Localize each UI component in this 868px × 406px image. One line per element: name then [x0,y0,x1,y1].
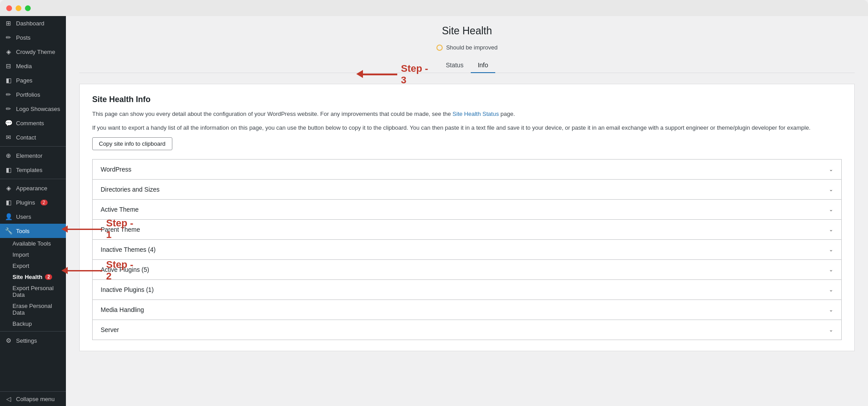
window-chrome [0,0,868,16]
accordion-label-inactive-plugins: Inactive Plugins (1) [101,286,154,293]
chevron-down-icon: ⌄ [829,206,833,213]
maximize-button[interactable] [25,5,31,11]
sidebar-item-users[interactable]: 👤 Users [0,209,66,224]
chevron-down-icon: ⌄ [829,226,833,233]
dashboard-icon: ⊞ [4,19,12,27]
status-circle-icon [436,45,443,51]
sidebar-label-portfolios: Portfolios [16,91,40,98]
submenu-backup[interactable]: Backup [0,318,66,329]
accordion-label-server: Server [101,326,119,333]
accordion-label-active-plugins: Active Plugins (5) [101,266,149,273]
sidebar-label-pages: Pages [16,77,33,84]
site-health-status-link[interactable]: Site Health Status [452,111,499,117]
sidebar-item-contact[interactable]: ✉ Contact [0,130,66,144]
sidebar-item-crowdy-theme[interactable]: ◈ Crowdy Theme [0,45,66,59]
sidebar-item-appearance[interactable]: ◈ Appearance [0,181,66,195]
accordion-header-directories[interactable]: Directories and Sizes ⌄ [93,180,841,199]
accordion: WordPress ⌄ Directories and Sizes ⌄ Acti… [92,159,842,340]
accordion-header-active-plugins[interactable]: Active Plugins (5) ⌄ [93,260,841,279]
sidebar-label-templates: Templates [16,167,42,173]
accordion-header-server[interactable]: Server ⌄ [93,320,841,340]
posts-icon: ✏ [4,33,12,41]
tools-icon: 🔧 [4,227,12,235]
close-button[interactable] [6,5,12,11]
submenu-site-health[interactable]: Site Health 2 [0,271,66,283]
chevron-down-icon: ⌄ [829,327,833,333]
sidebar-item-plugins[interactable]: ◧ Plugins 2 [0,195,66,209]
templates-icon: ◧ [4,166,12,174]
contact-icon: ✉ [4,133,12,141]
sidebar-label-contact: Contact [16,134,36,141]
sidebar-item-dashboard[interactable]: ⊞ Dashboard [0,16,66,30]
collapse-icon: ◁ [4,395,12,403]
accordion-label-parent-theme: Parent Theme [101,226,140,233]
copy-site-info-button[interactable]: Copy site info to clipboard [92,137,172,150]
sidebar-label-media: Media [16,63,32,70]
sidebar-label-dashboard: Dashboard [16,20,45,27]
sidebar-item-elementor[interactable]: ⊕ Elementor [0,148,66,163]
pages-icon: ◧ [4,76,12,84]
accordion-item-server: Server ⌄ [93,320,841,340]
status-indicator: Should be improved [79,44,855,51]
tabs-container: Status Info [79,58,855,73]
accordion-header-active-theme[interactable]: Active Theme ⌄ [93,200,841,219]
accordion-label-inactive-themes: Inactive Themes (4) [101,246,155,253]
sidebar-item-templates[interactable]: ◧ Templates [0,163,66,177]
media-icon: ⊟ [4,62,12,70]
portfolios-icon: ✏ [4,90,12,98]
sidebar-item-portfolios[interactable]: ✏ Portfolios [0,87,66,102]
sidebar-item-media[interactable]: ⊟ Media [0,59,66,73]
submenu-export[interactable]: Export [0,260,66,271]
site-health-badge: 2 [45,274,52,280]
submenu-available-tools[interactable]: Available Tools [0,238,66,249]
comments-icon: 💬 [4,119,12,127]
plugins-icon: ◧ [4,198,12,206]
sidebar-label-appearance: Appearance [16,185,47,192]
chevron-down-icon: ⌄ [829,307,833,313]
sidebar-label-crowdy-theme: Crowdy Theme [16,49,55,55]
accordion-item-directories: Directories and Sizes ⌄ [93,180,841,200]
sidebar-label-comments: Comments [16,120,44,127]
accordion-header-media-handling[interactable]: Media Handling ⌄ [93,300,841,320]
chevron-down-icon: ⌄ [829,186,833,193]
collapse-menu-button[interactable]: ◁ Collapse menu [0,391,66,406]
chevron-down-icon: ⌄ [829,267,833,273]
info-desc-1: This page can show you every detail abou… [92,110,842,119]
sidebar: ⊞ Dashboard ✏ Posts ◈ Crowdy Theme ⊟ Med… [0,16,66,406]
accordion-header-inactive-themes[interactable]: Inactive Themes (4) ⌄ [93,240,841,259]
accordion-header-inactive-plugins[interactable]: Inactive Plugins (1) ⌄ [93,280,841,299]
main-content: Site Health Should be improved Status In… [66,16,868,406]
tab-status[interactable]: Status [439,58,471,73]
accordion-label-directories: Directories and Sizes [101,186,159,193]
chevron-down-icon: ⌄ [829,287,833,293]
crowdy-theme-icon: ◈ [4,48,12,56]
sidebar-label-settings: Settings [16,337,37,344]
submenu-erase-personal-data[interactable]: Erase Personal Data [0,300,66,318]
sidebar-label-posts: Posts [16,34,31,41]
accordion-header-parent-theme[interactable]: Parent Theme ⌄ [93,220,841,239]
accordion-label-active-theme: Active Theme [101,206,139,213]
page-title: Site Health [79,25,855,37]
accordion-header-wordpress[interactable]: WordPress ⌄ [93,160,841,179]
sidebar-label-tools: Tools [16,228,29,234]
minimize-button[interactable] [16,5,21,11]
submenu-import[interactable]: Import [0,249,66,260]
accordion-item-inactive-plugins: Inactive Plugins (1) ⌄ [93,280,841,300]
sidebar-item-settings[interactable]: ⚙ Settings [0,333,66,348]
appearance-icon: ◈ [4,184,12,192]
tab-info[interactable]: Info [471,58,495,73]
sidebar-label-logo-showcases: Logo Showcases [16,106,60,112]
accordion-item-wordpress: WordPress ⌄ [93,160,841,180]
info-heading: Site Health Info [92,95,842,104]
submenu-export-personal-data[interactable]: Export Personal Data [0,283,66,300]
status-label: Should be improved [446,44,498,51]
settings-icon: ⚙ [4,336,12,344]
sidebar-item-tools[interactable]: 🔧 Tools [0,224,66,238]
sidebar-item-logo-showcases[interactable]: ✏ Logo Showcases [0,102,66,116]
accordion-item-parent-theme: Parent Theme ⌄ [93,220,841,240]
sidebar-item-posts[interactable]: ✏ Posts [0,30,66,45]
sidebar-item-comments[interactable]: 💬 Comments [0,116,66,130]
elementor-icon: ⊕ [4,152,12,160]
sidebar-label-elementor: Elementor [16,152,42,159]
sidebar-item-pages[interactable]: ◧ Pages [0,73,66,87]
